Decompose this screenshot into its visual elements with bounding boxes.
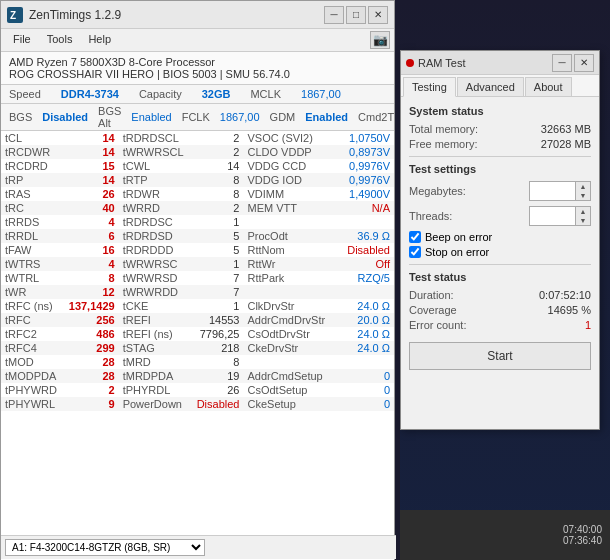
tab-testing[interactable]: Testing	[403, 77, 456, 97]
table-row: tRRDS4tRDRDSC1	[1, 215, 394, 229]
screenshot-button[interactable]: 📷	[370, 31, 390, 49]
bgs-label: BGS	[9, 111, 32, 123]
ram-minimize-button[interactable]: ─	[552, 54, 572, 72]
ram-tabs: Testing Advanced About	[401, 75, 599, 97]
ram-test-window: RAM Test ─ ✕ Testing Advanced About Syst…	[400, 50, 600, 430]
svg-text:Z: Z	[10, 10, 16, 21]
bgs-value: Disabled	[42, 111, 88, 123]
ram-titlebar: RAM Test ─ ✕	[401, 51, 599, 75]
zen-menubar: File Tools Help 📷	[1, 29, 394, 52]
table-row: tMOD28tMRD8	[1, 355, 394, 369]
tab-advanced[interactable]: Advanced	[457, 77, 524, 96]
free-memory-row: Free memory: 27028 MB	[409, 138, 591, 150]
fclk-label: FCLK	[182, 111, 210, 123]
window-controls: ─ □ ✕	[324, 6, 388, 24]
time-1: 07:40:00	[563, 524, 602, 535]
close-button[interactable]: ✕	[368, 6, 388, 24]
system-status-title: System status	[409, 105, 591, 117]
time-2: 07:36:40	[563, 535, 602, 546]
zen-titlebar: Z ZenTimings 1.2.9 ─ □ ✕	[1, 1, 394, 29]
table-row: tPHYWRD2tPHYRDL26CsOdtSetup0	[1, 383, 394, 397]
divider-1	[409, 156, 591, 157]
cpu-info: AMD Ryzen 7 5800X3D 8-Core Processor	[9, 56, 386, 68]
ram-title-left: RAM Test	[406, 57, 465, 69]
taskbar: 07:40:00 07:36:40	[400, 510, 610, 560]
timing-table: tCL14tRDRDSCL2VSOC (SVI2)1,0750VtRCDWR14…	[1, 131, 394, 560]
table-row: tFAW16tRDRDDD5RttNomDisabled	[1, 243, 394, 257]
sysinfo: AMD Ryzen 7 5800X3D 8-Core Processor ROG…	[1, 52, 394, 85]
megabytes-input[interactable]: 24804	[530, 184, 575, 198]
coverage-value: 14695 %	[548, 304, 591, 316]
toolbar-row2: BGS Disabled BGS Alt Enabled FCLK 1867,0…	[1, 104, 394, 131]
minimize-button[interactable]: ─	[324, 6, 344, 24]
megabytes-up[interactable]: ▲	[576, 182, 590, 191]
free-memory-label: Free memory:	[409, 138, 477, 150]
zen-toolbar: Speed DDR4-3734 Capacity 32GB MCLK 1867,…	[1, 85, 394, 104]
test-settings-title: Test settings	[409, 163, 591, 175]
coverage-row: Coverage 14695 %	[409, 304, 591, 316]
free-memory-value: 27028 MB	[541, 138, 591, 150]
table-row: tWR12tWRWRDD7	[1, 285, 394, 299]
bgsalt-label: BGS Alt	[98, 105, 121, 129]
threads-up[interactable]: ▲	[576, 207, 590, 216]
duration-value: 0:07:52:10	[539, 289, 591, 301]
board-info: ROG CROSSHAIR VII HERO | BIOS 5003 | SMU…	[9, 68, 386, 80]
total-memory-value: 32663 MB	[541, 123, 591, 135]
stop-checkbox[interactable]	[409, 246, 421, 258]
table-row: tRAS26tRDWR8VDIMM1,4900V	[1, 187, 394, 201]
table-row: tRRDL6tRDRDSD5ProcOdt36.9 Ω	[1, 229, 394, 243]
cmd2t-label: Cmd2T	[358, 111, 394, 123]
test-status-title: Test status	[409, 271, 591, 283]
megabytes-label: Megabytes:	[409, 185, 466, 197]
ram-title: RAM Test	[418, 57, 465, 69]
table-row: tPHYWRL9PowerDownDisabledCkeSetup0	[1, 397, 394, 411]
table-row: tRP14tRTP8VDDG IOD0,9976V	[1, 173, 394, 187]
megabytes-down[interactable]: ▼	[576, 191, 590, 200]
error-count-row: Error count: 1	[409, 319, 591, 331]
tab-about[interactable]: About	[525, 77, 572, 96]
megabytes-spin-btns: ▲ ▼	[575, 182, 590, 200]
table-row: tRC40tWRRD2MEM VTTN/A	[1, 201, 394, 215]
threads-spin-btns: ▲ ▼	[575, 207, 590, 225]
menu-tools[interactable]: Tools	[39, 31, 81, 49]
app-icon: Z	[7, 7, 23, 23]
ram-content: System status Total memory: 32663 MB Fre…	[401, 97, 599, 378]
table-row: tWTRL8tWRWRSD7RttParkRZQ/5	[1, 271, 394, 285]
table-row: tCL14tRDRDSCL2VSOC (SVI2)1,0750V	[1, 131, 394, 145]
menu-help[interactable]: Help	[80, 31, 119, 49]
error-count-label: Error count:	[409, 319, 466, 331]
beep-checkbox[interactable]	[409, 231, 421, 243]
table-row: tRFC256tREFI14553AddrCmdDrvStr20.0 Ω	[1, 313, 394, 327]
divider-2	[409, 264, 591, 265]
table-row: tRFC4299tSTAG218CkeDrvStr24.0 Ω	[1, 341, 394, 355]
mclk-label: MCLK	[250, 88, 281, 100]
menu-file[interactable]: File	[5, 31, 39, 49]
table-row: tRFC (ns)137,1429tCKE1ClkDrvStr24.0 Ω	[1, 299, 394, 313]
maximize-button[interactable]: □	[346, 6, 366, 24]
capacity-label: Capacity	[139, 88, 182, 100]
duration-row: Duration: 0:07:52:10	[409, 289, 591, 301]
start-button[interactable]: Start	[409, 342, 591, 370]
threads-down[interactable]: ▼	[576, 216, 590, 225]
total-memory-label: Total memory:	[409, 123, 478, 135]
bgsalt-value: Enabled	[131, 111, 171, 123]
mclk-value: 1867,00	[301, 88, 341, 100]
speed-label: Speed	[9, 88, 41, 100]
beep-row: Beep on error	[409, 231, 591, 243]
gdm-label: GDM	[270, 111, 296, 123]
ram-close-button[interactable]: ✕	[574, 54, 594, 72]
threads-input[interactable]: 16	[530, 209, 575, 223]
zen-window: Z ZenTimings 1.2.9 ─ □ ✕ File Tools Help…	[0, 0, 395, 560]
toolbar-info: Speed DDR4-3734 Capacity 32GB MCLK 1867,…	[9, 88, 341, 100]
capacity-value: 32GB	[202, 88, 231, 100]
megabytes-spinbox: 24804 ▲ ▼	[529, 181, 591, 201]
table-row: tRCDRD15tCWL14VDDG CCD0,9976V	[1, 159, 394, 173]
beep-label: Beep on error	[425, 231, 492, 243]
total-memory-row: Total memory: 32663 MB	[409, 123, 591, 135]
megabytes-row: Megabytes: 24804 ▲ ▼	[409, 181, 591, 201]
memory-select[interactable]: A1: F4-3200C14-8GTZR (8GB, SR)	[5, 539, 205, 556]
speed-value: DDR4-3734	[61, 88, 119, 100]
table-row: tRFC2486tREFI (ns)7796,25CsOdtDrvStr24.0…	[1, 327, 394, 341]
threads-spinbox: 16 ▲ ▼	[529, 206, 591, 226]
fclk-value: 1867,00	[220, 111, 260, 123]
